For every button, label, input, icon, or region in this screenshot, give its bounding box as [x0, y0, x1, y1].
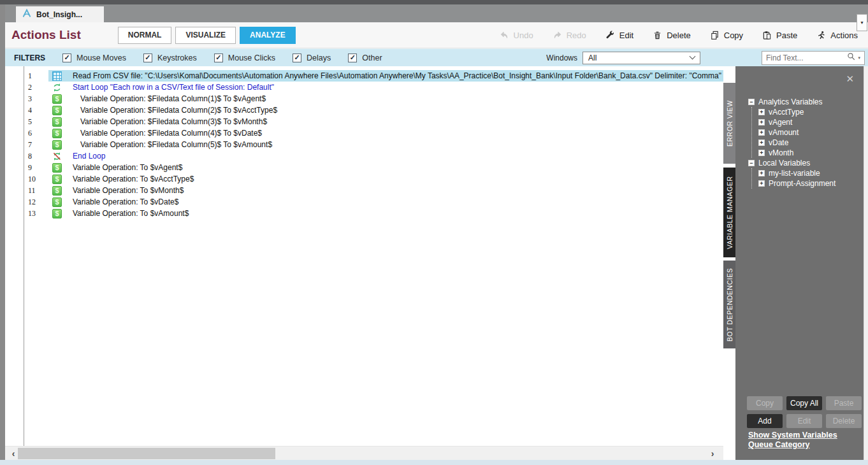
- queue-category-link[interactable]: Queue Category: [748, 440, 837, 450]
- view-mode-tabs: NORMAL VISUALIZE ANALYZE: [118, 27, 300, 44]
- window-bottom-edge: [0, 460, 868, 465]
- show-system-variables-link[interactable]: Show System Variables: [748, 431, 837, 440]
- tree-group-local-variables[interactable]: − Local Variables: [748, 158, 864, 168]
- filter-mouse-clicks: ✓ Mouse Clicks: [214, 54, 275, 62]
- runner-icon: [816, 31, 826, 40]
- check-icon: ✓: [215, 54, 221, 62]
- delete-variable-button[interactable]: Delete: [826, 414, 862, 428]
- line-number: 11: [5, 186, 48, 196]
- expand-icon[interactable]: +: [758, 129, 765, 136]
- tab-normal[interactable]: NORMAL: [118, 27, 172, 44]
- check-icon: ✓: [64, 54, 70, 62]
- variable-links: Show System Variables Queue Category: [748, 431, 837, 450]
- selected-row-highlight: Read From CSV file: "C:\Users\Komal\Docu…: [48, 70, 723, 82]
- scroll-right-arrow[interactable]: ›: [705, 447, 720, 460]
- action-row[interactable]: 4 Variable Operation: $Filedata Column(2…: [5, 104, 723, 116]
- checkbox-mouse-clicks[interactable]: ✓: [214, 54, 223, 62]
- search-icon[interactable]: [847, 52, 856, 63]
- collapse-icon[interactable]: −: [748, 160, 755, 166]
- expand-icon[interactable]: +: [758, 180, 765, 187]
- end-loop-icon: [52, 152, 62, 161]
- checkbox-other[interactable]: ✓: [348, 54, 357, 62]
- action-row[interactable]: 10 Variable Operation: To $vAcctType$: [5, 173, 723, 185]
- line-number: 5: [5, 117, 48, 127]
- edit-variable-button[interactable]: Edit: [786, 414, 822, 428]
- action-row[interactable]: 2 Start Loop "Each row in a CSV/Text fil…: [5, 82, 723, 93]
- action-row[interactable]: 3 Variable Operation: $Filedata Column(1…: [5, 93, 723, 104]
- document-tab[interactable]: Bot_Insigh...: [16, 6, 104, 22]
- tree-item-vmonth[interactable]: + vMonth: [758, 148, 864, 158]
- redo-icon: [553, 31, 562, 40]
- action-row[interactable]: 8 End Loop: [5, 150, 723, 162]
- tree-item-vagent[interactable]: + vAgent: [758, 117, 864, 127]
- variable-operation-icon: [52, 106, 62, 115]
- expand-icon[interactable]: +: [758, 140, 765, 146]
- filter-other: ✓ Other: [348, 54, 382, 62]
- checkbox-keystrokes[interactable]: ✓: [143, 54, 152, 62]
- copy-all-variables-button[interactable]: Copy All: [786, 396, 822, 410]
- paste-button[interactable]: Paste: [762, 31, 797, 40]
- filter-delays: ✓ Delays: [293, 54, 331, 62]
- delete-button[interactable]: Delete: [653, 31, 691, 40]
- tree-item-vamount[interactable]: + vAmount: [758, 127, 864, 138]
- redo-button[interactable]: Redo: [553, 31, 586, 40]
- copy-button[interactable]: Copy: [710, 31, 743, 40]
- action-row[interactable]: 9 Variable Operation: To $vAgent$: [5, 162, 723, 173]
- paste-icon: [762, 31, 772, 40]
- add-variable-button[interactable]: Add: [747, 414, 783, 428]
- tab-bot-dependencies[interactable]: BOT DEPENDENCIES: [723, 261, 735, 348]
- window-top-bar: [0, 0, 868, 4]
- variable-operation-icon: [52, 140, 62, 150]
- horizontal-scrollbar[interactable]: ‹ ›: [5, 446, 723, 460]
- expand-icon[interactable]: +: [758, 109, 765, 115]
- actions-list: 1 Read From CSV file: "C:\Users\Komal\Do…: [5, 66, 723, 460]
- tree-item-my-list-variable[interactable]: + my-list-variable: [758, 168, 864, 178]
- edit-button[interactable]: Edit: [605, 31, 633, 40]
- document-tab-bar: Bot_Insigh...: [0, 4, 868, 22]
- line-number: 3: [5, 94, 48, 104]
- action-row[interactable]: 6 Variable Operation: $Filedata Column(4…: [5, 127, 723, 139]
- tab-visualize[interactable]: VISUALIZE: [175, 27, 236, 44]
- actions-button[interactable]: Actions: [816, 31, 858, 40]
- scrollbar-thumb[interactable]: [18, 448, 275, 459]
- search-options-caret-icon[interactable]: ▾: [858, 55, 860, 61]
- tab-error-view[interactable]: ERROR VIEW: [723, 83, 735, 164]
- line-number: 4: [5, 106, 48, 115]
- action-row[interactable]: 11 Variable Operation: To $vMonth$: [5, 185, 723, 196]
- copy-variable-button[interactable]: Copy: [747, 396, 783, 410]
- action-row[interactable]: 1 Read From CSV file: "C:\Users\Komal\Do…: [5, 70, 723, 82]
- toolbar-actions: Undo Redo Edit Delete Copy Paste Actions: [500, 31, 858, 40]
- variables-tree: − Analytics Variables + vAcctType + vAge…: [748, 97, 864, 189]
- automation-anywhere-logo-icon: [22, 8, 32, 20]
- action-row[interactable]: 13 Variable Operation: To $vAmount$: [5, 208, 723, 219]
- line-number: 12: [5, 197, 48, 207]
- window-right-edge: [864, 66, 868, 460]
- variable-operation-icon: [52, 197, 62, 207]
- undo-button[interactable]: Undo: [500, 31, 533, 40]
- expand-icon[interactable]: +: [758, 150, 765, 156]
- action-row[interactable]: 5 Variable Operation: $Filedata Column(3…: [5, 116, 723, 127]
- expand-icon[interactable]: +: [758, 119, 765, 125]
- variable-operation-icon: [52, 163, 62, 173]
- expand-icon[interactable]: +: [758, 170, 765, 176]
- checkbox-delays[interactable]: ✓: [293, 54, 301, 62]
- tab-analyze[interactable]: ANALYZE: [240, 27, 296, 44]
- tree-item-prompt-assignment[interactable]: + Prompt-Assignment: [758, 178, 864, 189]
- tab-variable-manager[interactable]: VARIABLE MANAGER: [723, 168, 735, 257]
- checkbox-mouse-moves[interactable]: ✓: [62, 54, 71, 62]
- tree-group-analytics-variables[interactable]: − Analytics Variables: [748, 97, 864, 107]
- action-row[interactable]: 7 Variable Operation: $Filedata Column(5…: [5, 139, 723, 150]
- line-number: 8: [5, 152, 48, 161]
- collapse-icon[interactable]: −: [748, 99, 755, 105]
- windows-filter-group: Windows All: [546, 52, 700, 64]
- line-number: 7: [5, 140, 48, 150]
- close-icon[interactable]: ✕: [846, 74, 854, 83]
- tab-overflow-button[interactable]: ▾: [857, 14, 867, 31]
- find-text-input[interactable]: [766, 54, 845, 62]
- tree-item-vaccttype[interactable]: + vAcctType: [758, 107, 864, 117]
- tree-item-vdate[interactable]: + vDate: [758, 138, 864, 148]
- windows-dropdown[interactable]: All: [582, 52, 700, 64]
- chevron-down-icon: [690, 54, 696, 60]
- paste-variable-button[interactable]: Paste: [826, 396, 862, 410]
- action-row[interactable]: 12 Variable Operation: To $vDate$: [5, 196, 723, 208]
